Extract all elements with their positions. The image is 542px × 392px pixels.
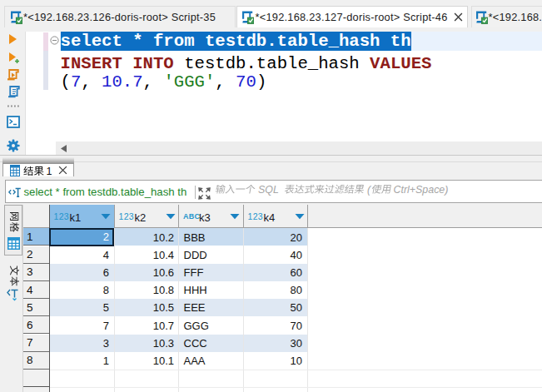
svg-text:(: ( [367, 185, 372, 196]
svg-text:Ctrl+Space): Ctrl+Space) [394, 185, 449, 196]
svg-text:SQL: SQL [258, 185, 279, 196]
